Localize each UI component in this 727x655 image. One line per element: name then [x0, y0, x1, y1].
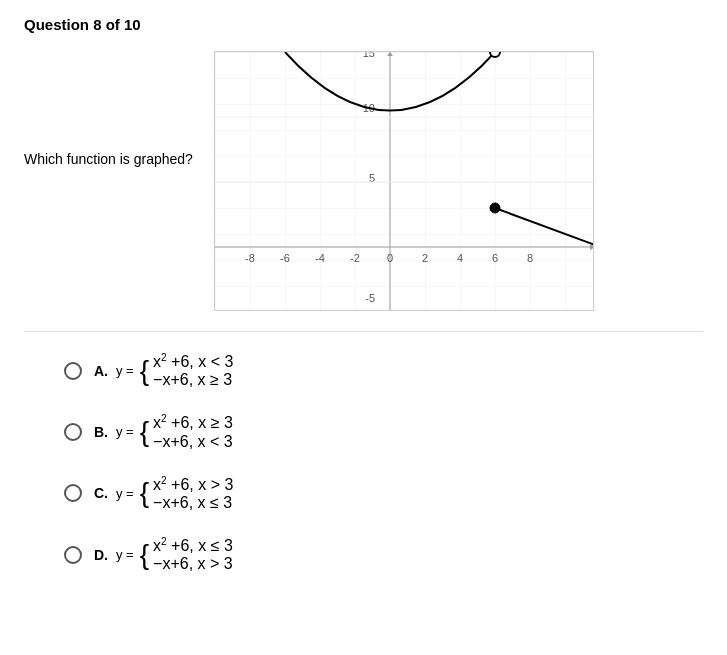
svg-text:-2: -2 [350, 252, 360, 264]
piecewise-d: { x2 +6, x ≤ 3 −x+6, x > 3 [140, 536, 233, 573]
option-label-c: C. [94, 485, 108, 501]
piecewise-a: { x2 +6, x < 3 −x+6, x ≥ 3 [140, 352, 234, 389]
svg-text:2: 2 [422, 252, 428, 264]
option-row-d: D. y = { x2 +6, x ≤ 3 −x+6, x > 3 [64, 536, 703, 573]
option-row-c: C. y = { x2 +6, x > 3 −x+6, x ≤ 3 [64, 475, 703, 512]
question-body: Which function is graphed? -8 -6 -4 -2 [24, 51, 703, 311]
option-y-label-a: y = [116, 363, 134, 378]
option-y-label-b: y = [116, 424, 134, 439]
svg-text:-6: -6 [280, 252, 290, 264]
option-y-label-d: y = [116, 547, 134, 562]
svg-text:0: 0 [387, 252, 393, 264]
closed-dot [490, 203, 500, 213]
piecewise-c: { x2 +6, x > 3 −x+6, x ≤ 3 [140, 475, 234, 512]
svg-text:15: 15 [363, 52, 375, 59]
question-text: Which function is graphed? [24, 51, 204, 167]
svg-text:-4: -4 [315, 252, 325, 264]
svg-text:4: 4 [457, 252, 463, 264]
graph-container: -8 -6 -4 -2 0 2 4 6 8 15 10 5 -5 [214, 51, 594, 311]
option-label-d: D. [94, 547, 108, 563]
svg-text:6: 6 [492, 252, 498, 264]
svg-text:8: 8 [527, 252, 533, 264]
question-title: Question 8 of 10 [24, 16, 141, 33]
option-row-b: B. y = { x2 +6, x ≥ 3 −x+6, x < 3 [64, 413, 703, 450]
options-section: A. y = { x2 +6, x < 3 −x+6, x ≥ 3 B. y =… [24, 352, 703, 573]
svg-text:-8: -8 [245, 252, 255, 264]
open-circle [490, 52, 500, 57]
piecewise-b: { x2 +6, x ≥ 3 −x+6, x < 3 [140, 413, 233, 450]
option-label-a: A. [94, 363, 108, 379]
question-header: Question 8 of 10 [24, 16, 703, 33]
svg-text:-5: -5 [365, 292, 375, 304]
option-y-label-c: y = [116, 486, 134, 501]
section-divider [24, 331, 703, 332]
option-label-b: B. [94, 424, 108, 440]
radio-d[interactable] [64, 546, 82, 564]
radio-c[interactable] [64, 484, 82, 502]
graph-svg: -8 -6 -4 -2 0 2 4 6 8 15 10 5 -5 [215, 52, 594, 311]
option-row-a: A. y = { x2 +6, x < 3 −x+6, x ≥ 3 [64, 352, 703, 389]
radio-a[interactable] [64, 362, 82, 380]
radio-b[interactable] [64, 423, 82, 441]
